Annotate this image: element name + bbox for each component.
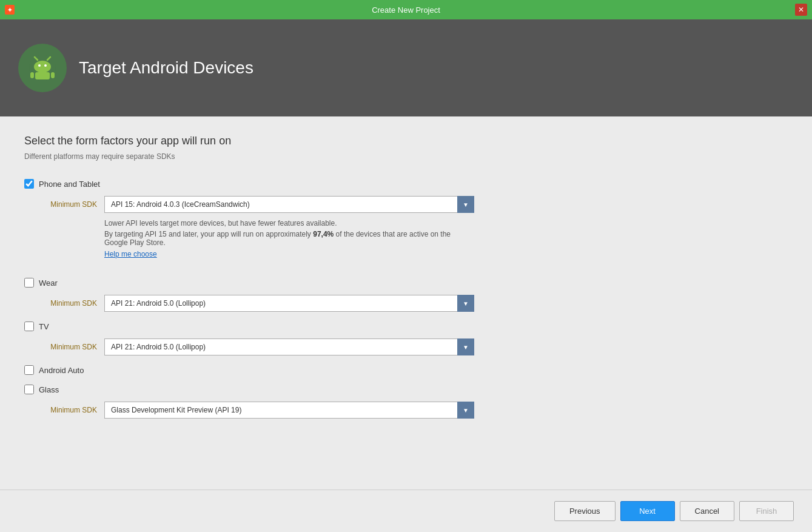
svg-point-3 <box>34 61 51 73</box>
glass-sdk-row: Minimum SDK Glass Development Kit Previe… <box>24 402 788 419</box>
wear-section: Wear Minimum SDK API 21: Android 5.0 (Lo… <box>24 278 788 312</box>
wear-checkbox[interactable] <box>24 278 34 288</box>
phone-info-line2-start: By targeting API 15 and later, your app … <box>104 230 313 238</box>
android-auto-row: Android Auto <box>24 365 788 375</box>
wear-sdk-row: Minimum SDK API 21: Android 5.0 (Lollipo… <box>24 295 788 312</box>
phone-sdk-label: Minimum SDK <box>24 200 97 209</box>
close-button[interactable]: ✕ <box>795 4 807 16</box>
phone-tablet-label[interactable]: Phone and Tablet <box>39 180 100 189</box>
svg-point-4 <box>38 64 41 67</box>
wear-row: Wear <box>24 278 788 288</box>
help-me-choose-link[interactable]: Help me choose <box>104 250 157 258</box>
wear-sdk-select[interactable]: API 21: Android 5.0 (Lollipop) <box>104 295 474 312</box>
wear-label[interactable]: Wear <box>39 278 58 288</box>
cancel-button[interactable]: Cancel <box>680 501 734 521</box>
svg-rect-7 <box>30 72 34 78</box>
svg-point-5 <box>44 64 47 67</box>
next-button[interactable]: Next <box>620 501 675 521</box>
android-icon <box>27 53 58 83</box>
glass-sdk-select[interactable]: Glass Development Kit Preview (API 19) <box>104 402 474 419</box>
finish-button[interactable]: Finish <box>739 501 794 521</box>
tv-sdk-label: Minimum SDK <box>24 343 97 351</box>
tv-label[interactable]: TV <box>39 322 49 331</box>
tv-sdk-select[interactable]: API 21: Android 5.0 (Lollipop) <box>104 338 474 355</box>
window-title: Create New Project <box>372 5 440 15</box>
phone-sdk-row: Minimum SDK API 15: Android 4.0.3 (IceCr… <box>24 196 788 213</box>
tv-checkbox[interactable] <box>24 322 34 331</box>
svg-rect-6 <box>35 72 50 79</box>
tv-sdk-row: Minimum SDK API 21: Android 5.0 (Lollipo… <box>24 338 788 355</box>
android-auto-section: Android Auto <box>24 365 788 375</box>
section-title: Select the form factors your app will ru… <box>24 135 788 147</box>
glass-sdk-label: Minimum SDK <box>24 406 97 414</box>
phone-sdk-select[interactable]: API 15: Android 4.0.3 (IceCreamSandwich) <box>104 196 474 213</box>
phone-tablet-section: Phone and Tablet Minimum SDK API 15: And… <box>24 179 788 268</box>
tv-row: TV <box>24 322 788 331</box>
android-auto-checkbox[interactable] <box>24 365 34 375</box>
phone-info-bold: 97,4% <box>313 230 334 238</box>
app-icon: ✦ <box>5 5 15 15</box>
phone-tablet-checkbox[interactable] <box>24 179 34 189</box>
wear-sdk-label: Minimum SDK <box>24 299 97 308</box>
page-title: Target Android Devices <box>79 58 253 78</box>
glass-row: Glass <box>24 385 788 394</box>
phone-info-line1: Lower API levels target more devices, bu… <box>104 219 468 227</box>
phone-tablet-row: Phone and Tablet <box>24 179 788 189</box>
title-bar: ✦ Create New Project ✕ <box>0 0 812 19</box>
phone-info-line2: By targeting API 15 and later, your app … <box>104 230 468 247</box>
android-logo <box>18 44 67 92</box>
phone-sdk-wrapper: API 15: Android 4.0.3 (IceCreamSandwich) <box>104 196 474 213</box>
footer: Previous Next Cancel Finish <box>0 490 812 532</box>
previous-button[interactable]: Previous <box>554 501 616 521</box>
glass-checkbox[interactable] <box>24 385 34 394</box>
wear-sdk-wrapper: API 21: Android 5.0 (Lollipop) <box>104 295 474 312</box>
tv-sdk-wrapper: API 21: Android 5.0 (Lollipop) <box>104 338 474 355</box>
tv-section: TV Minimum SDK API 21: Android 5.0 (Loll… <box>24 322 788 355</box>
main-content: Select the form factors your app will ru… <box>0 116 812 490</box>
svg-rect-8 <box>51 72 55 78</box>
android-auto-label[interactable]: Android Auto <box>39 366 84 375</box>
glass-label[interactable]: Glass <box>39 385 59 394</box>
header: Target Android Devices <box>0 19 812 116</box>
section-subtitle: Different platforms may require separate… <box>24 152 788 161</box>
glass-sdk-wrapper: Glass Development Kit Preview (API 19) <box>104 402 474 419</box>
glass-section: Glass Minimum SDK Glass Development Kit … <box>24 385 788 419</box>
